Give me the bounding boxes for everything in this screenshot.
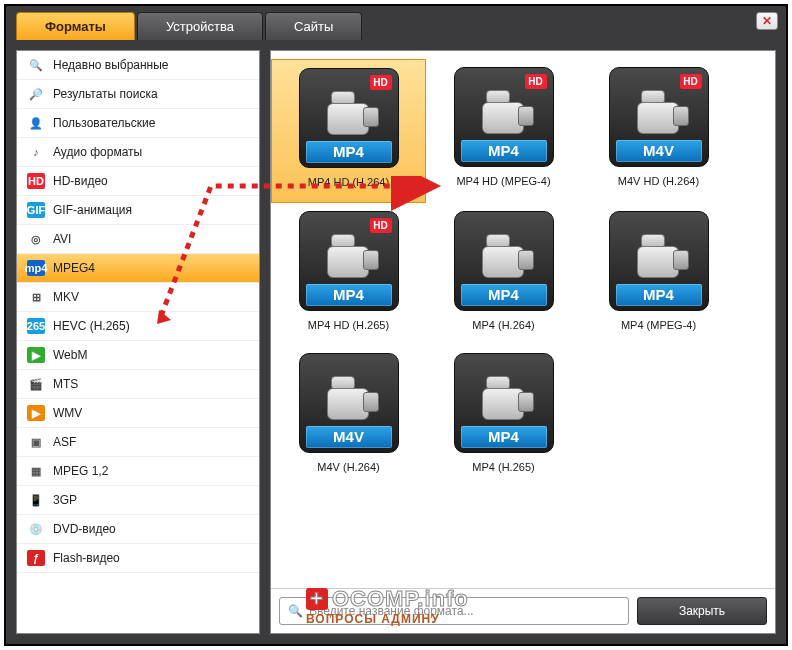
camcorder-icon <box>476 232 532 280</box>
preset-thumbnail: MP4HD <box>299 211 399 311</box>
sidebar-item-hevc-h-265-[interactable]: 265HEVC (H.265) <box>17 312 259 341</box>
format-label: MP4 <box>461 426 547 448</box>
preset-caption: MP4 (MPEG-4) <box>581 319 736 331</box>
sidebar-item-label: Пользовательские <box>53 116 156 130</box>
sidebar-item-webm[interactable]: ▶WebM <box>17 341 259 370</box>
sidebar-item-icon: 📱 <box>27 492 45 508</box>
camcorder-icon <box>321 374 377 422</box>
sidebar-item-label: MTS <box>53 377 78 391</box>
tab-formats[interactable]: Форматы <box>16 12 135 40</box>
sidebar-item-результаты-поиска[interactable]: 🔎Результаты поиска <box>17 80 259 109</box>
preset-thumbnail: MP4 <box>454 353 554 453</box>
format-label: MP4 <box>461 140 547 162</box>
sidebar-item-label: Flash-видео <box>53 551 120 565</box>
sidebar-item-icon: 🎬 <box>27 376 45 392</box>
sidebar-item-hd-видео[interactable]: HDHD-видео <box>17 167 259 196</box>
preset-mp4-hd-h-264-[interactable]: MP4HDMP4 HD (H.264) <box>271 59 426 203</box>
sidebar-item-label: DVD-видео <box>53 522 116 536</box>
preset-m4v-h-264-[interactable]: M4VM4V (H.264) <box>271 345 426 487</box>
sidebar-item-icon: 265 <box>27 318 45 334</box>
camcorder-icon <box>321 232 377 280</box>
sidebar-item-аудио-форматы[interactable]: ♪Аудио форматы <box>17 138 259 167</box>
sidebar-item-mkv[interactable]: ⊞MKV <box>17 283 259 312</box>
format-label: MP4 <box>461 284 547 306</box>
tab-devices[interactable]: Устройства <box>137 12 263 40</box>
camcorder-icon <box>631 88 687 136</box>
sidebar-item-label: HEVC (H.265) <box>53 319 130 333</box>
preset-mp4-hd-mpeg-4-[interactable]: MP4HDMP4 HD (MPEG-4) <box>426 59 581 203</box>
sidebar-item-icon: ◎ <box>27 231 45 247</box>
format-label: MP4 <box>616 284 702 306</box>
sidebar-item-flash-видео[interactable]: ƒFlash-видео <box>17 544 259 573</box>
sidebar-item-3gp[interactable]: 📱3GP <box>17 486 259 515</box>
hd-badge: HD <box>680 74 702 89</box>
sidebar-item-недавно-выбранные[interactable]: 🔍Недавно выбранные <box>17 51 259 80</box>
sidebar-item-label: MPEG4 <box>53 261 95 275</box>
preset-caption: MP4 HD (MPEG-4) <box>426 175 581 187</box>
sidebar-item-icon: ▶ <box>27 347 45 363</box>
search-icon: 🔍 <box>288 604 303 618</box>
sidebar-item-icon: ▣ <box>27 434 45 450</box>
preset-caption: MP4 (H.265) <box>426 461 581 473</box>
tab-sites[interactable]: Сайты <box>265 12 362 40</box>
hd-badge: HD <box>370 218 392 233</box>
preset-mp4-h-265-[interactable]: MP4MP4 (H.265) <box>426 345 581 487</box>
preset-m4v-hd-h-264-[interactable]: M4VHDM4V HD (H.264) <box>581 59 736 203</box>
format-label: MP4 <box>306 284 392 306</box>
sidebar-item-label: HD-видео <box>53 174 108 188</box>
bottom-bar: 🔍 Введите название формата... Закрыть <box>271 588 775 633</box>
preset-grid: MP4HDMP4 HD (H.264)MP4HDMP4 HD (MPEG-4)M… <box>271 51 775 588</box>
sidebar-item-mpeg4[interactable]: mp4MPEG4 <box>17 254 259 283</box>
format-label: M4V <box>616 140 702 162</box>
preset-thumbnail: MP4HD <box>454 67 554 167</box>
search-placeholder-text: Введите название формата... <box>309 604 474 618</box>
preset-caption: MP4 HD (H.265) <box>271 319 426 331</box>
preset-thumbnail: M4VHD <box>609 67 709 167</box>
preset-caption: MP4 HD (H.264) <box>272 176 425 188</box>
sidebar-item-icon: ⊞ <box>27 289 45 305</box>
sidebar-item-icon: 🔍 <box>27 57 45 73</box>
sidebar-item-icon: ♪ <box>27 144 45 160</box>
camcorder-icon <box>476 374 532 422</box>
format-label: MP4 <box>306 141 392 163</box>
sidebar-item-label: GIF-анимация <box>53 203 132 217</box>
sidebar-item-avi[interactable]: ◎AVI <box>17 225 259 254</box>
sidebar-item-icon: GIF <box>27 202 45 218</box>
sidebar-item-icon: HD <box>27 173 45 189</box>
hd-badge: HD <box>525 74 547 89</box>
sidebar-item-label: Аудио форматы <box>53 145 142 159</box>
preset-thumbnail: MP4 <box>609 211 709 311</box>
sidebar-item-icon: mp4 <box>27 260 45 276</box>
preset-caption: MP4 (H.264) <box>426 319 581 331</box>
sidebar-item-gif-анимация[interactable]: GIFGIF-анимация <box>17 196 259 225</box>
sidebar-item-mts[interactable]: 🎬MTS <box>17 370 259 399</box>
preset-mp4-h-264-[interactable]: MP4MP4 (H.264) <box>426 203 581 345</box>
close-button[interactable]: Закрыть <box>637 597 767 625</box>
preset-thumbnail: MP4 <box>454 211 554 311</box>
sidebar-item-label: WebM <box>53 348 87 362</box>
sidebar-item-wmv[interactable]: ▶WMV <box>17 399 259 428</box>
sidebar-item-asf[interactable]: ▣ASF <box>17 428 259 457</box>
sidebar-item-dvd-видео[interactable]: 💿DVD-видео <box>17 515 259 544</box>
preset-caption: M4V (H.264) <box>271 461 426 473</box>
hd-badge: HD <box>370 75 392 90</box>
sidebar-item-icon: ƒ <box>27 550 45 566</box>
preset-mp4-mpeg-4-[interactable]: MP4MP4 (MPEG-4) <box>581 203 736 345</box>
sidebar-item-icon: 🔎 <box>27 86 45 102</box>
format-sidebar[interactable]: 🔍Недавно выбранные🔎Результаты поиска👤Пол… <box>16 50 260 634</box>
preset-caption: M4V HD (H.264) <box>581 175 736 187</box>
sidebar-item-mpeg-1-2[interactable]: ▦MPEG 1,2 <box>17 457 259 486</box>
sidebar-item-label: Результаты поиска <box>53 87 158 101</box>
sidebar-item-icon: ▶ <box>27 405 45 421</box>
preset-mp4-hd-h-265-[interactable]: MP4HDMP4 HD (H.265) <box>271 203 426 345</box>
tab-bar: Форматы Устройства Сайты <box>6 6 786 40</box>
sidebar-item-label: Недавно выбранные <box>53 58 169 72</box>
search-input[interactable]: 🔍 Введите название формата... <box>279 597 629 625</box>
preset-thumbnail: MP4HD <box>299 68 399 168</box>
sidebar-item-label: MPEG 1,2 <box>53 464 108 478</box>
sidebar-item-пользовательские[interactable]: 👤Пользовательские <box>17 109 259 138</box>
camcorder-icon <box>476 88 532 136</box>
window-close-button[interactable]: ✕ <box>756 12 778 30</box>
sidebar-item-icon: 💿 <box>27 521 45 537</box>
camcorder-icon <box>631 232 687 280</box>
